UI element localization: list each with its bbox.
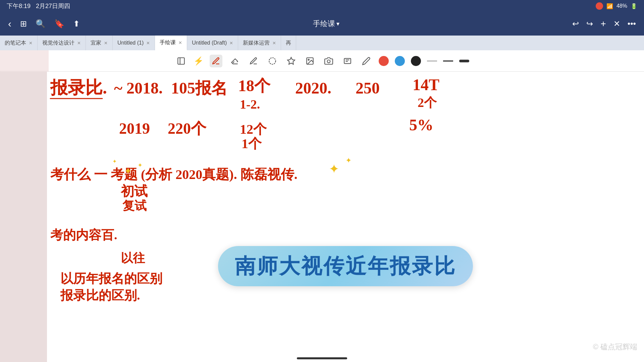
sparkle-icon-2: ✦ bbox=[138, 162, 143, 169]
tabs-bar: 的笔记本 ✕ 视觉传达设计 ✕ 宜家 ✕ Untitled (1) ✕ 手绘课 … bbox=[0, 36, 644, 50]
lasso-tool-button[interactable] bbox=[266, 55, 279, 67]
tab-close-icon[interactable]: ✕ bbox=[77, 41, 81, 46]
tab-close-icon[interactable]: ✕ bbox=[29, 41, 33, 46]
battery-icon: 🔋 bbox=[631, 3, 637, 9]
svg-rect-0 bbox=[178, 58, 184, 64]
drawing-toolbar: ⚡ bbox=[0, 50, 644, 72]
eraser-tool-button[interactable] bbox=[228, 55, 241, 67]
sparkle-icon-3: ✦ bbox=[112, 158, 117, 165]
time-display: 下午8:19 bbox=[7, 2, 31, 10]
color-blue-button[interactable] bbox=[395, 56, 405, 66]
tab-label: 视觉传达设计 bbox=[42, 40, 74, 47]
svg-text:220个: 220个 bbox=[168, 120, 207, 137]
close-button[interactable]: ✕ bbox=[612, 18, 622, 30]
status-left: 下午8:19 2月27日周四 bbox=[7, 2, 70, 10]
tab-untitled-draft[interactable]: Untitled (Draft) ✕ bbox=[187, 36, 238, 50]
image-tool-button[interactable] bbox=[304, 55, 316, 67]
dropdown-arrow[interactable]: ▾ bbox=[336, 20, 339, 27]
redo-button[interactable]: ↪ bbox=[585, 18, 594, 30]
handwriting-canvas: 报录比. ~ 2018. 105报名 18个 1-2. 2020. 250 14… bbox=[47, 72, 644, 362]
toolbar-center: 手绘课 ▾ bbox=[81, 19, 571, 29]
tab-close-icon[interactable]: ✕ bbox=[272, 41, 276, 46]
svg-text:12个: 12个 bbox=[240, 122, 267, 137]
svg-text:2019: 2019 bbox=[119, 120, 150, 137]
svg-text:复试: 复试 bbox=[122, 199, 147, 213]
svg-text:1-2.: 1-2. bbox=[240, 97, 260, 111]
tab-close-icon[interactable]: ✕ bbox=[146, 41, 150, 46]
status-right: 📶 48% 🔋 bbox=[596, 2, 637, 10]
tab-handrawing[interactable]: 手绘课 ✕ bbox=[155, 36, 187, 50]
tab-label: 手绘课 bbox=[160, 39, 176, 46]
search-button[interactable]: 🔍 bbox=[34, 18, 47, 30]
shape-tool-button[interactable] bbox=[285, 55, 298, 67]
svg-text:1个: 1个 bbox=[241, 136, 262, 151]
svg-text:报录比.: 报录比. bbox=[50, 78, 107, 97]
share-button[interactable]: ⬆ bbox=[72, 18, 81, 30]
svg-text:18个: 18个 bbox=[238, 77, 271, 95]
pen-tool-button[interactable] bbox=[210, 55, 222, 67]
more-button[interactable]: ••• bbox=[626, 18, 637, 30]
svg-text:105报名: 105报名 bbox=[171, 79, 227, 97]
tab-label: Untitled (1) bbox=[117, 40, 144, 46]
svg-text:~ 2018.: ~ 2018. bbox=[114, 79, 163, 97]
textbox-tool-button[interactable] bbox=[341, 55, 354, 67]
tab-label: 新媒体运营 bbox=[243, 40, 270, 47]
tab-label: Untitled (Draft) bbox=[192, 40, 227, 46]
undo-button[interactable]: ↩ bbox=[571, 18, 580, 30]
line-thin-button[interactable] bbox=[427, 61, 437, 61]
bookmark-button[interactable]: 🔖 bbox=[53, 18, 66, 30]
svg-text:14T: 14T bbox=[413, 76, 439, 94]
pencil2-tool-button[interactable] bbox=[360, 55, 373, 67]
canvas-area[interactable]: 报录比. ~ 2018. 105报名 18个 1-2. 2020. 250 14… bbox=[47, 72, 644, 362]
svg-point-5 bbox=[308, 59, 309, 60]
tab-visual-design[interactable]: 视觉传达设计 ✕ bbox=[38, 36, 86, 50]
tab-new-media[interactable]: 新媒体运营 ✕ bbox=[238, 36, 281, 50]
svg-text:报录比的区别.: 报录比的区别. bbox=[60, 288, 140, 302]
status-bar: 下午8:19 2月27日周四 📶 48% 🔋 bbox=[0, 0, 644, 12]
record-icon bbox=[596, 2, 603, 10]
svg-text:初试: 初试 bbox=[120, 184, 148, 199]
svg-text:以历年报名的区别: 以历年报名的区别 bbox=[60, 272, 162, 286]
tab-label: 的笔记本 bbox=[5, 40, 26, 47]
back-button[interactable]: ‹ bbox=[7, 17, 13, 31]
svg-text:250: 250 bbox=[356, 79, 380, 97]
sparkle-icon-4: ✦ bbox=[329, 162, 339, 176]
camera-tool-button[interactable] bbox=[322, 55, 335, 67]
tab-label: 再 bbox=[286, 40, 291, 47]
app-title-text: 手绘课 bbox=[313, 19, 335, 29]
tab-yijia[interactable]: 宜家 ✕ bbox=[86, 36, 113, 50]
svg-point-6 bbox=[327, 60, 330, 63]
tab-close-icon[interactable]: ✕ bbox=[229, 41, 233, 46]
tab-more[interactable]: 再 bbox=[281, 36, 296, 50]
tab-label: 宜家 bbox=[91, 40, 101, 47]
svg-text:考什么 一 考题 (分析 2020真题). 陈磊视传.: 考什么 一 考题 (分析 2020真题). 陈磊视传. bbox=[50, 167, 298, 182]
grid-button[interactable]: ⊞ bbox=[19, 18, 28, 30]
svg-text:5%: 5% bbox=[409, 116, 433, 134]
color-black-button[interactable] bbox=[411, 56, 421, 66]
svg-text:考的内容百.: 考的内容百. bbox=[50, 228, 117, 242]
add-button[interactable]: + bbox=[599, 17, 607, 31]
tab-close-icon[interactable]: ✕ bbox=[178, 40, 182, 45]
svg-point-2 bbox=[269, 58, 276, 64]
wifi-icon: 📶 bbox=[606, 3, 613, 9]
left-sidebar bbox=[0, 50, 49, 362]
toolbar-left: ‹ ⊞ 🔍 🔖 ⬆ bbox=[7, 17, 81, 31]
svg-text:2020.: 2020. bbox=[295, 79, 331, 97]
battery-display: 48% bbox=[616, 3, 627, 9]
marker-tool-button[interactable] bbox=[247, 55, 260, 67]
toolbar-right: ↩ ↪ + ✕ ••• bbox=[571, 17, 637, 31]
bluetooth-icon[interactable]: ⚡ bbox=[194, 56, 204, 66]
select-tool-button[interactable] bbox=[175, 55, 187, 67]
svg-marker-3 bbox=[287, 57, 295, 64]
line-medium-button[interactable] bbox=[443, 60, 453, 62]
svg-text:以往: 以往 bbox=[121, 251, 145, 265]
watermark: © 磕点冠辉端 bbox=[593, 342, 637, 352]
color-red-button[interactable] bbox=[379, 56, 389, 66]
svg-text:2个: 2个 bbox=[418, 96, 437, 110]
tab-notebook[interactable]: 的笔记本 ✕ bbox=[0, 36, 38, 50]
date-display: 2月27日周四 bbox=[36, 2, 70, 10]
line-thick-button[interactable] bbox=[459, 60, 469, 62]
tab-close-icon[interactable]: ✕ bbox=[104, 41, 108, 46]
tab-untitled1[interactable]: Untitled (1) ✕ bbox=[113, 36, 155, 50]
sparkle-icon-5: ✦ bbox=[345, 156, 352, 165]
